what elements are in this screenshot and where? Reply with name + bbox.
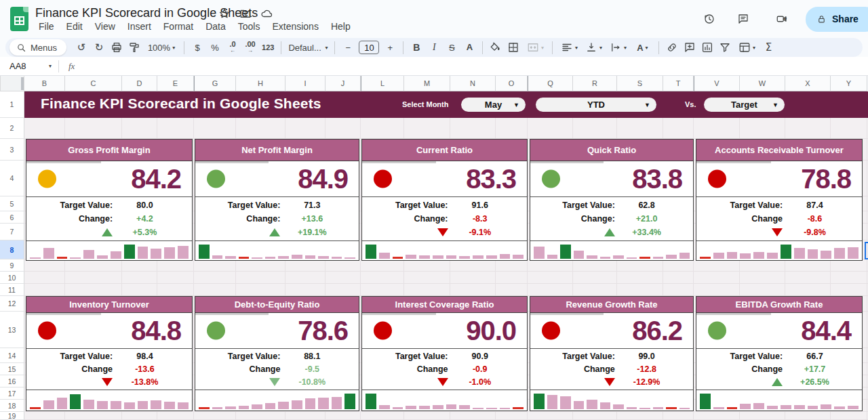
paint-format-button[interactable] [126,39,142,56]
period-dropdown[interactable]: YTD▼ [536,98,656,112]
row-header-6[interactable]: 6 [0,211,24,224]
month-dropdown[interactable]: May▼ [461,98,526,112]
menu-item-format[interactable]: Format [159,20,198,33]
column-header-T[interactable]: T [663,76,694,91]
column-header-O[interactable]: O [496,76,528,91]
video-call-icon[interactable]: ▾ [764,5,799,33]
video-call-caret-icon[interactable]: ▾ [784,16,787,22]
insert-chart-button[interactable] [699,39,715,56]
bold-button[interactable]: B [408,39,425,56]
font-size-input[interactable]: 10 [359,41,379,54]
row-header-1[interactable]: 1 [0,91,24,118]
text-wrap-button[interactable]: ▾ [606,39,629,56]
compare-dropdown[interactable]: Target▼ [704,98,785,112]
row-header-18[interactable]: 18 [0,400,24,412]
table-views-button[interactable]: ▾ [734,39,759,56]
text-color-button[interactable]: A [461,39,477,56]
column-header-Q[interactable]: Q [528,76,573,91]
row-header-13[interactable]: 13 [0,312,24,348]
undo-button[interactable]: ↺ [73,39,90,56]
format-currency-button[interactable]: $ [189,39,205,56]
menu-item-insert[interactable]: Insert [123,20,156,33]
menu-item-data[interactable]: Data [201,20,231,33]
redo-button[interactable]: ↻ [91,39,107,56]
fill-color-button[interactable] [488,39,504,56]
column-header-C[interactable]: C [65,76,122,91]
share-button[interactable]: Share [806,7,868,32]
sparkline-bar [344,257,355,259]
column-header-E[interactable]: E [157,76,194,91]
version-history-icon[interactable] [696,5,723,33]
row-header-9[interactable]: 9 [0,259,24,272]
row-header-15[interactable]: 15 [0,363,24,375]
row-header-14[interactable]: 14 [0,348,24,363]
menu-item-file[interactable]: File [34,20,59,33]
column-header-S[interactable]: S [617,76,663,91]
row-header-11[interactable]: 11 [0,284,24,296]
functions-button[interactable]: Σ [760,39,776,56]
row-header-8[interactable]: 8 [0,240,24,259]
menu-item-tools[interactable]: Tools [233,20,265,33]
row-header-12[interactable]: 12 [0,296,24,312]
insert-comment-button[interactable] [682,39,698,56]
change-value: -12.8 [623,364,693,374]
increase-decimal-button[interactable]: .00→ [242,39,258,56]
text-rotation-button[interactable]: A▾ [631,39,654,56]
down-arrow-icon [437,228,448,236]
sheet-canvas[interactable]: Finance KPI Scorecard in Google Sheets S… [24,91,868,420]
column-header-W[interactable]: W [740,76,785,91]
vertical-align-button[interactable]: ▾ [582,39,605,56]
row-header-5[interactable]: 5 [0,196,24,211]
sparkline-bar [265,257,276,259]
sheets-logo-icon[interactable] [10,7,28,31]
zoom-select[interactable]: 100%▾ [144,39,179,56]
menu-item-extensions[interactable]: Extensions [267,20,323,33]
row-header-17[interactable]: 17 [0,387,24,400]
decrease-decimal-button[interactable]: .0← [224,39,241,56]
strikethrough-button[interactable]: S [443,39,460,56]
column-header-G[interactable]: G [194,76,236,91]
menu-item-view[interactable]: View [90,20,120,33]
horizontal-align-button[interactable]: ▾ [557,39,580,56]
column-header-L[interactable]: L [361,76,404,91]
font-select[interactable]: Defaul...▾ [286,39,330,56]
column-header-I[interactable]: I [285,76,326,91]
italic-button[interactable]: I [426,39,442,56]
more-formats-button[interactable]: 123 [260,39,276,56]
print-button[interactable] [108,39,125,56]
column-header-N[interactable]: N [450,76,496,91]
column-header-X[interactable]: X [785,76,831,91]
insert-link-button[interactable] [664,39,680,56]
increase-font-size-button[interactable]: + [382,39,398,56]
row-header-19[interactable]: 19 [0,412,24,420]
row-header-16[interactable]: 16 [0,375,24,387]
menu-item-help[interactable]: Help [326,20,355,33]
row-header-7[interactable]: 7 [0,224,24,240]
create-filter-button[interactable] [717,39,733,56]
down-arrow-icon [437,378,448,386]
decrease-font-size-button[interactable]: − [340,39,356,56]
column-header-M[interactable]: M [404,76,450,91]
borders-button[interactable] [505,39,521,56]
row-header-2[interactable]: 2 [0,118,24,139]
change-percent: +19.1% [288,228,359,237]
row-header-4[interactable]: 4 [0,161,24,196]
column-header-V[interactable]: V [694,76,740,91]
format-percent-button[interactable]: % [207,39,223,56]
comments-icon[interactable] [730,5,757,33]
menu-item-edit[interactable]: Edit [62,20,87,33]
column-header-D[interactable]: D [122,76,157,91]
kpi-value: 78.8 [801,164,851,194]
column-header-B[interactable]: B [24,76,65,91]
kpi-card-9: Revenue Growth Rate86.2Target Value:99.0… [530,296,694,411]
row-header-10[interactable]: 10 [0,272,24,284]
name-box[interactable]: AA8▾ [0,61,52,71]
change-label: Change [362,364,456,374]
column-header-R[interactable]: R [573,76,617,91]
column-header-H[interactable]: H [236,76,285,91]
row-header-3[interactable]: 3 [0,139,24,161]
menus-search-button[interactable]: Menus [9,39,66,56]
column-header-J[interactable]: J [326,76,361,91]
select-all-corner[interactable] [0,76,24,91]
column-header-Y[interactable]: Y [831,76,867,91]
